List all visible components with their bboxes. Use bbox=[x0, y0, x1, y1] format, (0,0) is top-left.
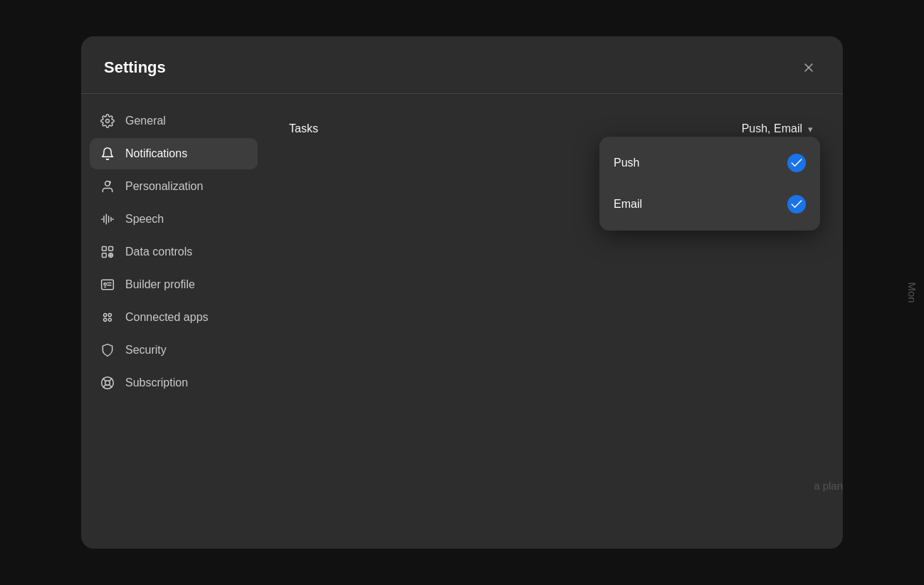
svg-line-29 bbox=[103, 384, 106, 387]
sidebar-item-speech[interactable]: Speech bbox=[90, 204, 258, 235]
shield-icon bbox=[100, 342, 115, 358]
sidebar: General Notifications bbox=[81, 94, 266, 549]
svg-point-17 bbox=[104, 283, 106, 285]
content-area: Tasks Push, Email ▾ Push Em bbox=[266, 94, 843, 549]
dropdown-item-push[interactable]: Push bbox=[599, 142, 820, 184]
dropdown-value-label: Push, Email bbox=[742, 122, 802, 135]
sidebar-item-label: Speech bbox=[125, 213, 164, 226]
svg-line-28 bbox=[109, 379, 112, 381]
svg-point-2 bbox=[106, 120, 110, 123]
close-button[interactable] bbox=[797, 56, 820, 79]
tasks-label: Tasks bbox=[289, 122, 318, 135]
svg-rect-12 bbox=[103, 253, 107, 258]
sidebar-item-label: Builder profile bbox=[125, 278, 195, 291]
svg-line-30 bbox=[109, 384, 112, 387]
svg-line-27 bbox=[103, 379, 106, 381]
close-icon bbox=[802, 60, 816, 75]
sidebar-item-security[interactable]: Security bbox=[90, 334, 258, 366]
svg-point-21 bbox=[104, 314, 107, 317]
apps-icon bbox=[100, 310, 115, 325]
background-mon-text: Mon bbox=[906, 282, 924, 302]
sidebar-item-label: Security bbox=[125, 344, 167, 357]
sidebar-item-general[interactable]: General bbox=[90, 105, 258, 137]
sidebar-item-label: Data controls bbox=[125, 246, 192, 258]
sidebar-item-connected-apps[interactable]: Connected apps bbox=[90, 302, 258, 333]
sidebar-item-label: General bbox=[125, 115, 166, 127]
subscription-icon bbox=[100, 375, 115, 391]
svg-rect-10 bbox=[103, 247, 107, 251]
sidebar-item-label: Connected apps bbox=[125, 311, 209, 324]
sidebar-item-subscription[interactable]: Subscription bbox=[90, 367, 258, 399]
sidebar-item-label: Personalization bbox=[125, 180, 203, 193]
svg-point-24 bbox=[108, 318, 111, 321]
svg-point-22 bbox=[108, 314, 111, 317]
email-check-icon bbox=[787, 195, 806, 214]
svg-point-3 bbox=[105, 181, 110, 186]
person-icon bbox=[100, 179, 115, 194]
background-partial-text: a plan bbox=[814, 480, 843, 492]
data-icon bbox=[100, 244, 115, 260]
svg-rect-16 bbox=[102, 280, 114, 289]
bell-icon bbox=[100, 146, 115, 162]
sidebar-item-personalization[interactable]: Personalization bbox=[90, 171, 258, 202]
push-check-icon bbox=[787, 154, 806, 172]
waveform-icon bbox=[100, 211, 115, 227]
modal-title: Settings bbox=[104, 58, 166, 77]
gear-icon bbox=[100, 113, 115, 129]
svg-rect-11 bbox=[109, 247, 113, 251]
sidebar-item-notifications[interactable]: Notifications bbox=[90, 138, 258, 169]
dropdown-item-email[interactable]: Email bbox=[599, 184, 820, 225]
modal-header: Settings bbox=[81, 36, 843, 93]
chevron-down-icon: ▾ bbox=[808, 124, 813, 135]
email-label: Email bbox=[614, 198, 642, 211]
modal-body: General Notifications bbox=[81, 94, 843, 549]
sidebar-item-builder-profile[interactable]: Builder profile bbox=[90, 269, 258, 300]
settings-modal: Settings General bbox=[81, 36, 843, 549]
sidebar-item-data-controls[interactable]: Data controls bbox=[90, 236, 258, 268]
sidebar-item-label: Subscription bbox=[125, 376, 188, 389]
id-icon bbox=[100, 277, 115, 292]
svg-point-23 bbox=[104, 318, 107, 321]
notification-dropdown-menu: Push Email bbox=[599, 137, 820, 231]
sidebar-item-label: Notifications bbox=[125, 147, 187, 160]
push-label: Push bbox=[614, 157, 639, 169]
